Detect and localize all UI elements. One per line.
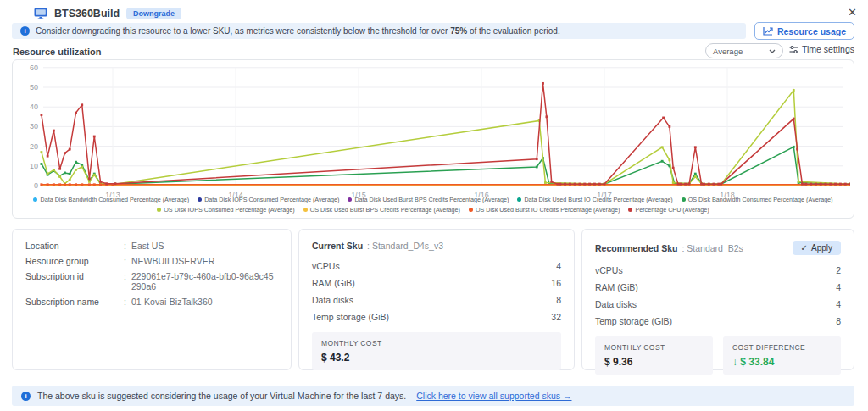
legend-label: Data Disk Used Burst IO Credits Percenta… (524, 196, 672, 203)
current-sku-card: Current Sku : Standard_D4s_v3 vCPUs4 RAM… (298, 229, 575, 370)
legend-dot-icon (469, 208, 473, 212)
detail-row-subscription-id: Subscription id : 229061e7-b79c-460a-bfb… (25, 271, 278, 292)
legend-label: OS Disk Used Burst BPS Credits Percentag… (310, 206, 460, 214)
window-header: BTS360Build Downgrade (34, 8, 181, 19)
time-settings-button[interactable]: Time settings (789, 44, 854, 54)
current-cost-row: MONTHLY COST $ 43.2 (312, 332, 561, 370)
spec-label: RAM (GiB) (595, 282, 638, 292)
detail-value: 01-Kovai-BizTalk360 (131, 297, 213, 307)
apply-button[interactable]: ✓ Apply (793, 241, 841, 255)
recommended-cost-row: MONTHLY COST $ 9.36 COST DIFFERENCE ↓ $ … (595, 336, 841, 375)
spec-row: RAM (GiB)16 (312, 278, 561, 288)
alert-text: Consider downgrading this resource to a … (36, 26, 560, 36)
legend-item[interactable]: OS Disk Used Burst BPS Credits Percentag… (303, 206, 460, 214)
current-sku-name: : Standard_D4s_v3 (367, 241, 443, 251)
legend-label: OS Disk IOPS Consumed Percentage (Averag… (164, 206, 294, 214)
detail-label: Subscription name (25, 297, 124, 307)
colon: : (124, 241, 126, 251)
resource-details-card: Location : East US Resource group : NEWB… (12, 229, 292, 370)
svg-text:50: 50 (30, 83, 38, 92)
legend-item[interactable]: Percentage CPU (Average) (628, 206, 709, 214)
spec-label: RAM (GiB) (312, 278, 355, 288)
resource-usage-button[interactable]: Resource usage (754, 22, 854, 40)
legend-dot-icon (157, 208, 161, 212)
cost-difference-box: COST DIFFERENCE ↓ $ 33.84 (723, 336, 841, 375)
down-arrow-icon: ↓ (732, 356, 737, 368)
detail-value: East US (131, 241, 164, 251)
current-sku-header: Current Sku : Standard_D4s_v3 (312, 241, 561, 251)
legend-item[interactable]: OS Disk Used Burst IO Credits Percentage… (469, 206, 620, 214)
legend-item[interactable]: Data Disk Used Burst BPS Credits Percent… (348, 196, 509, 203)
cost-difference-value: ↓ $ 33.84 (732, 356, 832, 368)
detail-label: Resource group (25, 256, 124, 266)
spec-row: Data disks8 (312, 295, 561, 305)
chart-legend: Data Disk Bandwidth Consumed Percentage … (13, 196, 854, 214)
spec-row: vCPUs2 (595, 265, 841, 275)
monthly-cost-box: MONTHLY COST $ 9.36 (595, 336, 713, 375)
utilization-chart[interactable]: 01020304050601/131/141/151/161/171/18 (16, 64, 850, 203)
legend-label: Data Disk Used Burst BPS Credits Percent… (354, 196, 509, 203)
sku-suggestion-banner: i The above sku is suggested considering… (12, 386, 854, 406)
aggregation-selected-value: Average (713, 47, 743, 56)
legend-dot-icon (303, 208, 308, 212)
recommended-sku-name: : Standard_B2s (682, 243, 743, 253)
detail-row-location: Location : East US (25, 241, 278, 251)
spec-value: 4 (556, 261, 561, 271)
detail-row-resource-group: Resource group : NEWBUILDSERVER (25, 256, 278, 266)
detail-value: NEWBUILDSERVER (131, 256, 214, 266)
svg-text:30: 30 (30, 122, 38, 131)
legend-dot-icon (198, 197, 202, 202)
close-icon[interactable]: ✕ (848, 7, 857, 18)
legend-item[interactable]: Data Disk Used Burst IO Credits Percenta… (517, 196, 672, 203)
info-icon: i (21, 392, 31, 401)
spec-label: Data disks (312, 295, 353, 305)
legend-dot-icon (628, 208, 632, 212)
legend-item[interactable]: Data Disk Bandwidth Consumed Percentage … (33, 196, 189, 203)
legend-item[interactable]: Data Disk IOPS Consumed Percentage (Aver… (198, 196, 339, 203)
recommended-sku-card: Recommended Sku : Standard_B2s ✓ Apply v… (581, 229, 854, 370)
legend-label: Data Disk Bandwidth Consumed Percentage … (40, 196, 189, 203)
cost-difference-label: COST DIFFERENCE (732, 343, 832, 352)
svg-text:20: 20 (30, 142, 38, 151)
spec-row: vCPUs4 (312, 261, 561, 271)
svg-text:10: 10 (30, 162, 38, 170)
aggregation-select[interactable]: Average (705, 43, 783, 58)
spec-value: 4 (836, 282, 841, 292)
spec-row: Data disks4 (595, 299, 841, 309)
chart-trend-icon (763, 26, 773, 36)
view-supported-skus-link[interactable]: Click here to view all supported skus → (416, 391, 571, 401)
check-icon: ✓ (801, 243, 808, 253)
current-sku-title: Current Sku (312, 241, 363, 251)
spec-value: 8 (836, 316, 841, 326)
spec-value: 4 (836, 299, 841, 309)
recommended-sku-title: Recommended Sku (595, 243, 677, 253)
downgrade-alert-banner: i Consider downgrading this resource to … (12, 23, 746, 39)
legend-item[interactable]: OS Disk IOPS Consumed Percentage (Averag… (157, 206, 294, 214)
detail-value: 229061e7-b79c-460a-bfb0-96a9c45290a6 (131, 271, 278, 292)
spec-value: 32 (551, 312, 561, 322)
monthly-cost-label: MONTHLY COST (321, 339, 552, 347)
legend-label: Data Disk IOPS Consumed Percentage (Aver… (204, 196, 339, 203)
spec-label: vCPUs (595, 265, 623, 275)
legend-dot-icon (348, 197, 352, 202)
spec-label: vCPUs (312, 261, 340, 271)
legend-dot-icon (682, 197, 686, 202)
section-title: Resource utilization (13, 47, 102, 57)
legend-dot-icon (33, 197, 37, 202)
spec-row: Temp storage (GiB)8 (595, 316, 841, 326)
spec-value: 2 (836, 265, 841, 275)
svg-text:60: 60 (30, 64, 38, 72)
monthly-cost-value: $ 43.2 (321, 352, 552, 364)
legend-label: OS Disk Bandwidth Consumed Percentage (A… (688, 196, 833, 203)
colon: : (124, 297, 126, 307)
spec-row: RAM (GiB)4 (595, 282, 841, 292)
svg-text:0: 0 (34, 181, 38, 190)
vm-monitor-icon (34, 8, 47, 19)
legend-item[interactable]: OS Disk Bandwidth Consumed Percentage (A… (682, 196, 833, 203)
legend-label: OS Disk Used Burst IO Credits Percentage… (476, 206, 620, 214)
footer-text: The above sku is suggested considering t… (37, 391, 406, 401)
chevron-down-icon (769, 49, 776, 53)
spec-label: Temp storage (GiB) (312, 312, 389, 322)
colon: : (124, 271, 126, 292)
colon: : (124, 256, 126, 266)
